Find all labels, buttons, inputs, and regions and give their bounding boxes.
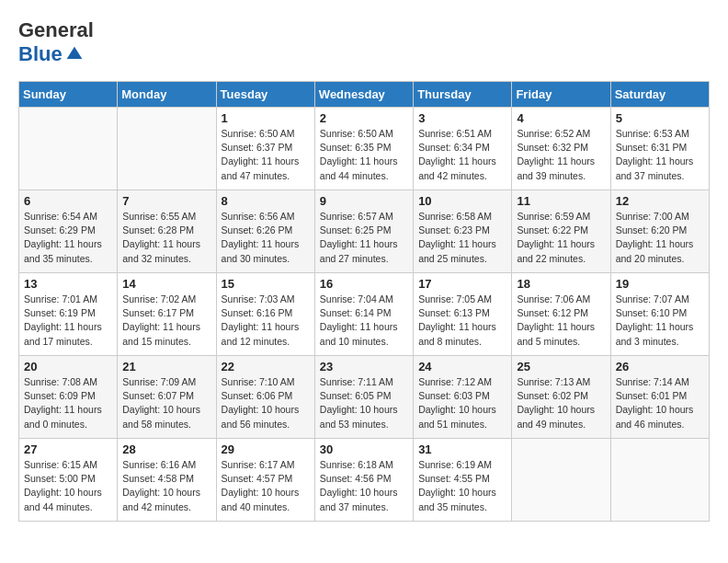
calendar-cell: 29Sunrise: 6:17 AM Sunset: 4:57 PM Dayli… xyxy=(216,439,314,522)
calendar-cell: 27Sunrise: 6:15 AM Sunset: 5:00 PM Dayli… xyxy=(19,439,118,522)
day-number: 25 xyxy=(517,360,605,373)
calendar-header-thursday: Thursday xyxy=(414,82,512,108)
day-info: Sunrise: 7:09 AM Sunset: 6:07 PM Dayligh… xyxy=(122,375,210,431)
calendar-cell: 10Sunrise: 6:58 AM Sunset: 6:23 PM Dayli… xyxy=(414,190,512,273)
calendar-cell xyxy=(19,108,118,190)
day-number: 9 xyxy=(320,194,408,208)
day-info: Sunrise: 7:02 AM Sunset: 6:17 PM Dayligh… xyxy=(122,293,210,349)
day-number: 3 xyxy=(418,111,506,125)
day-info: Sunrise: 6:55 AM Sunset: 6:28 PM Dayligh… xyxy=(122,210,210,266)
calendar-cell: 18Sunrise: 7:06 AM Sunset: 6:12 PM Dayli… xyxy=(512,273,610,356)
day-info: Sunrise: 7:08 AM Sunset: 6:09 PM Dayligh… xyxy=(24,375,112,431)
day-info: Sunrise: 7:06 AM Sunset: 6:12 PM Dayligh… xyxy=(517,293,605,349)
day-info: Sunrise: 6:16 AM Sunset: 4:58 PM Dayligh… xyxy=(122,458,210,514)
calendar-cell: 11Sunrise: 6:59 AM Sunset: 6:22 PM Dayli… xyxy=(512,190,610,273)
logo-icon xyxy=(65,44,84,64)
day-number: 10 xyxy=(418,194,506,208)
calendar-week-2: 6Sunrise: 6:54 AM Sunset: 6:29 PM Daylig… xyxy=(19,190,710,273)
day-info: Sunrise: 6:50 AM Sunset: 6:37 PM Dayligh… xyxy=(222,127,310,183)
day-number: 22 xyxy=(222,360,310,373)
calendar-cell: 26Sunrise: 7:14 AM Sunset: 6:01 PM Dayli… xyxy=(610,356,709,439)
calendar-cell: 3Sunrise: 6:51 AM Sunset: 6:34 PM Daylig… xyxy=(414,108,512,190)
calendar-cell: 21Sunrise: 7:09 AM Sunset: 6:07 PM Dayli… xyxy=(118,356,216,439)
day-number: 24 xyxy=(418,360,506,373)
day-info: Sunrise: 6:18 AM Sunset: 4:56 PM Dayligh… xyxy=(320,458,408,514)
day-info: Sunrise: 7:12 AM Sunset: 6:03 PM Dayligh… xyxy=(418,375,506,431)
calendar-cell: 16Sunrise: 7:04 AM Sunset: 6:14 PM Dayli… xyxy=(314,273,413,356)
day-number: 14 xyxy=(122,277,210,291)
day-number: 5 xyxy=(616,111,704,125)
day-info: Sunrise: 6:53 AM Sunset: 6:31 PM Dayligh… xyxy=(616,127,704,183)
day-info: Sunrise: 6:54 AM Sunset: 6:29 PM Dayligh… xyxy=(24,210,112,266)
day-info: Sunrise: 7:11 AM Sunset: 6:05 PM Dayligh… xyxy=(320,375,408,431)
day-number: 29 xyxy=(222,442,310,456)
day-info: Sunrise: 6:56 AM Sunset: 6:26 PM Dayligh… xyxy=(222,210,310,266)
logo-text: General Blue xyxy=(18,18,94,66)
calendar-cell: 2Sunrise: 6:50 AM Sunset: 6:35 PM Daylig… xyxy=(314,108,413,190)
day-info: Sunrise: 7:13 AM Sunset: 6:02 PM Dayligh… xyxy=(517,375,605,431)
calendar-week-4: 20Sunrise: 7:08 AM Sunset: 6:09 PM Dayli… xyxy=(19,356,710,439)
calendar-cell: 24Sunrise: 7:12 AM Sunset: 6:03 PM Dayli… xyxy=(414,356,512,439)
calendar-week-1: 1Sunrise: 6:50 AM Sunset: 6:37 PM Daylig… xyxy=(19,108,710,190)
calendar-header-friday: Friday xyxy=(512,82,610,108)
calendar-cell: 20Sunrise: 7:08 AM Sunset: 6:09 PM Dayli… xyxy=(19,356,118,439)
day-info: Sunrise: 6:57 AM Sunset: 6:25 PM Dayligh… xyxy=(320,210,408,266)
calendar-cell: 1Sunrise: 6:50 AM Sunset: 6:37 PM Daylig… xyxy=(216,108,314,190)
day-info: Sunrise: 7:04 AM Sunset: 6:14 PM Dayligh… xyxy=(320,293,408,349)
day-number: 30 xyxy=(320,442,408,456)
day-number: 17 xyxy=(418,277,506,291)
calendar-header-sunday: Sunday xyxy=(19,82,118,108)
day-info: Sunrise: 7:05 AM Sunset: 6:13 PM Dayligh… xyxy=(418,293,506,349)
day-number: 13 xyxy=(24,277,112,291)
calendar-table: SundayMondayTuesdayWednesdayThursdayFrid… xyxy=(18,81,710,522)
calendar-cell: 22Sunrise: 7:10 AM Sunset: 6:06 PM Dayli… xyxy=(216,356,314,439)
day-info: Sunrise: 6:58 AM Sunset: 6:23 PM Dayligh… xyxy=(418,210,506,266)
calendar-cell: 15Sunrise: 7:03 AM Sunset: 6:16 PM Dayli… xyxy=(216,273,314,356)
day-number: 23 xyxy=(320,360,408,373)
day-number: 20 xyxy=(24,360,112,373)
calendar-cell: 8Sunrise: 6:56 AM Sunset: 6:26 PM Daylig… xyxy=(216,190,314,273)
calendar-week-3: 13Sunrise: 7:01 AM Sunset: 6:19 PM Dayli… xyxy=(19,273,710,356)
calendar-cell: 17Sunrise: 7:05 AM Sunset: 6:13 PM Dayli… xyxy=(414,273,512,356)
page-header: General Blue xyxy=(18,18,710,66)
day-info: Sunrise: 7:01 AM Sunset: 6:19 PM Dayligh… xyxy=(24,293,112,349)
calendar-cell: 30Sunrise: 6:18 AM Sunset: 4:56 PM Dayli… xyxy=(314,439,413,522)
calendar-cell: 25Sunrise: 7:13 AM Sunset: 6:02 PM Dayli… xyxy=(512,356,610,439)
day-number: 12 xyxy=(616,194,704,208)
day-info: Sunrise: 7:03 AM Sunset: 6:16 PM Dayligh… xyxy=(222,293,310,349)
calendar-cell: 31Sunrise: 6:19 AM Sunset: 4:55 PM Dayli… xyxy=(414,439,512,522)
day-number: 4 xyxy=(517,111,605,125)
svg-marker-0 xyxy=(66,47,82,59)
calendar-cell: 23Sunrise: 7:11 AM Sunset: 6:05 PM Dayli… xyxy=(314,356,413,439)
calendar-header-wednesday: Wednesday xyxy=(314,82,413,108)
day-number: 16 xyxy=(320,277,408,291)
day-number: 11 xyxy=(517,194,605,208)
calendar-cell xyxy=(118,108,216,190)
day-number: 15 xyxy=(222,277,310,291)
day-info: Sunrise: 6:51 AM Sunset: 6:34 PM Dayligh… xyxy=(418,127,506,183)
calendar-cell xyxy=(512,439,610,522)
day-info: Sunrise: 7:07 AM Sunset: 6:10 PM Dayligh… xyxy=(616,293,704,349)
day-info: Sunrise: 6:50 AM Sunset: 6:35 PM Dayligh… xyxy=(320,127,408,183)
calendar-cell: 9Sunrise: 6:57 AM Sunset: 6:25 PM Daylig… xyxy=(314,190,413,273)
day-info: Sunrise: 6:15 AM Sunset: 5:00 PM Dayligh… xyxy=(24,458,112,514)
calendar-cell: 28Sunrise: 6:16 AM Sunset: 4:58 PM Dayli… xyxy=(118,439,216,522)
calendar-cell: 4Sunrise: 6:52 AM Sunset: 6:32 PM Daylig… xyxy=(512,108,610,190)
day-info: Sunrise: 6:19 AM Sunset: 4:55 PM Dayligh… xyxy=(418,458,506,514)
day-number: 7 xyxy=(122,194,210,208)
calendar-cell: 7Sunrise: 6:55 AM Sunset: 6:28 PM Daylig… xyxy=(118,190,216,273)
day-number: 2 xyxy=(320,111,408,125)
day-info: Sunrise: 6:59 AM Sunset: 6:22 PM Dayligh… xyxy=(517,210,605,266)
day-number: 21 xyxy=(122,360,210,373)
calendar-header-monday: Monday xyxy=(118,82,216,108)
day-info: Sunrise: 7:14 AM Sunset: 6:01 PM Dayligh… xyxy=(616,375,704,431)
day-number: 6 xyxy=(24,194,112,208)
calendar-cell: 12Sunrise: 7:00 AM Sunset: 6:20 PM Dayli… xyxy=(610,190,709,273)
logo: General Blue xyxy=(18,18,94,66)
calendar-cell xyxy=(610,439,709,522)
day-number: 27 xyxy=(24,442,112,456)
day-info: Sunrise: 6:52 AM Sunset: 6:32 PM Dayligh… xyxy=(517,127,605,183)
calendar-cell: 6Sunrise: 6:54 AM Sunset: 6:29 PM Daylig… xyxy=(19,190,118,273)
day-info: Sunrise: 6:17 AM Sunset: 4:57 PM Dayligh… xyxy=(222,458,310,514)
day-number: 18 xyxy=(517,277,605,291)
